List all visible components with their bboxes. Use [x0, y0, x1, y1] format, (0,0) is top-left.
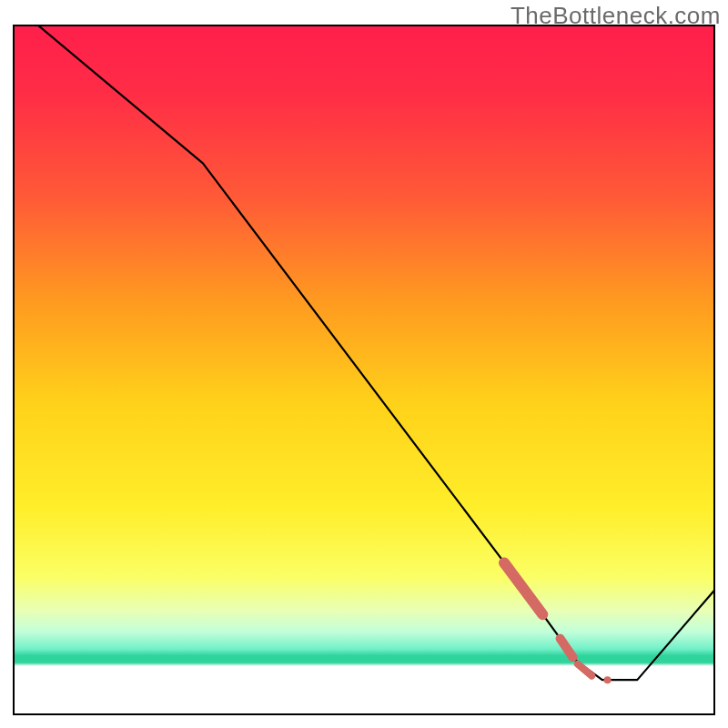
gradient-background: [14, 25, 714, 714]
highlight-dot: [604, 676, 612, 683]
watermark-text: TheBottleneck.com: [511, 2, 721, 30]
chart-stage: TheBottleneck.com: [0, 0, 728, 728]
chart-svg: [0, 0, 728, 728]
